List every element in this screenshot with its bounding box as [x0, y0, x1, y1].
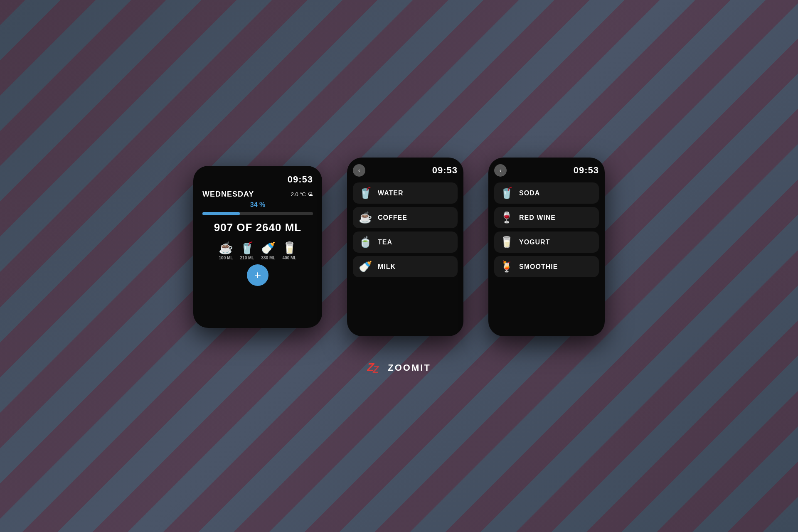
drink-option-3[interactable]: 🍼 330 ML [261, 242, 276, 260]
milk-label: MILK [378, 263, 396, 271]
watch-screen-list1: ‹ 09:53 🥤 WATER ☕ COFFEE 🍵 TEA 🍼 MILK [347, 158, 463, 336]
soda-label: SODA [519, 190, 540, 197]
list-item-coffee[interactable]: ☕ COFFEE [353, 207, 458, 228]
drink-list-screen2: 🥤 WATER ☕ COFFEE 🍵 TEA 🍼 MILK [353, 182, 458, 277]
watch-screen-main: 09:53 WEDNESDAY 2.0 °C 🌤 34 % 907 OF 264… [193, 166, 322, 328]
drink-emoji-4: 🥛 [282, 242, 297, 254]
back-icon-screen2: ‹ [358, 167, 360, 174]
screen2-time: 09:53 [432, 165, 458, 176]
add-button[interactable]: + [247, 264, 268, 286]
drink-options: ☕ 100 ML 🥤 210 ML 🍼 330 ML 🥛 400 ML [202, 242, 313, 260]
drink-ml-2: 210 ML [240, 256, 254, 260]
tea-icon: 🍵 [359, 236, 372, 249]
drink-option-2[interactable]: 🥤 210 ML [240, 242, 254, 260]
water-icon: 🥤 [359, 187, 372, 200]
list-item-red-wine[interactable]: 🍷 RED WINE [494, 207, 599, 228]
list-item-tea[interactable]: 🍵 TEA [353, 232, 458, 253]
wine-icon: 🍷 [500, 211, 513, 224]
list-item-yogurt[interactable]: 🥛 YOGURT [494, 232, 599, 253]
drink-ml-3: 330 ML [261, 256, 276, 260]
add-icon: + [254, 268, 261, 282]
milk-icon: 🍼 [359, 260, 372, 273]
smoothie-label: SMOOTHIE [519, 263, 558, 271]
percent-label: 34 % [202, 201, 313, 209]
screen2-header: ‹ 09:53 [353, 164, 458, 177]
list-item-smoothie[interactable]: 🍹 SMOOTHIE [494, 256, 599, 277]
coffee-label: COFFEE [378, 214, 407, 222]
smoothie-icon: 🍹 [500, 260, 513, 273]
svg-text:Z: Z [372, 364, 379, 374]
water-label: WATER [378, 190, 404, 197]
screens-container: 09:53 WEDNESDAY 2.0 °C 🌤 34 % 907 OF 264… [193, 158, 605, 336]
drink-option-1[interactable]: ☕ 100 ML [219, 242, 233, 260]
progress-bar-container [202, 212, 313, 215]
screen3-time: 09:53 [574, 165, 599, 176]
list-item-soda[interactable]: 🥤 SODA [494, 182, 599, 204]
screen1-time: 09:53 [288, 174, 313, 185]
drink-ml-4: 400 ML [283, 256, 297, 260]
tea-label: TEA [378, 239, 392, 246]
screen3-header: ‹ 09:53 [494, 164, 599, 177]
drink-ml-1: 100 ML [219, 256, 233, 260]
coffee-icon: ☕ [359, 211, 372, 224]
weather-info: 2.0 °C 🌤 [291, 191, 313, 197]
zoomit-logo-icon: Z Z [367, 361, 384, 374]
soda-icon: 🥤 [500, 187, 513, 200]
drink-list-screen3: 🥤 SODA 🍷 RED WINE 🥛 YOGURT 🍹 SMOOTHIE [494, 182, 599, 277]
screen1-header: 09:53 [202, 174, 313, 185]
logo-container: Z Z ZOOMIT [367, 361, 431, 374]
weather-icon: 🌤 [308, 191, 313, 197]
logo-text: ZOOMIT [388, 362, 431, 373]
watch-screen-list2: ‹ 09:53 🥤 SODA 🍷 RED WINE 🥛 YOGURT 🍹 SMO… [488, 158, 605, 336]
list-item-water[interactable]: 🥤 WATER [353, 182, 458, 204]
progress-bar-fill [202, 212, 240, 215]
drink-emoji-2: 🥤 [240, 242, 254, 254]
yogurt-icon: 🥛 [500, 236, 513, 249]
back-button-screen3[interactable]: ‹ [494, 164, 507, 177]
temperature: 2.0 °C [291, 191, 306, 197]
red-wine-label: RED WINE [519, 214, 556, 222]
drink-emoji-3: 🍼 [261, 242, 276, 254]
day-label: WEDNESDAY [202, 190, 254, 199]
drink-emoji-1: ☕ [219, 242, 233, 254]
back-button-screen2[interactable]: ‹ [353, 164, 365, 177]
back-icon-screen3: ‹ [500, 167, 502, 174]
intake-label: 907 OF 2640 ML [202, 221, 313, 234]
drink-option-4[interactable]: 🥛 400 ML [282, 242, 297, 260]
yogurt-label: YOGURT [519, 239, 550, 246]
day-weather-row: WEDNESDAY 2.0 °C 🌤 [202, 190, 313, 199]
list-item-milk[interactable]: 🍼 MILK [353, 256, 458, 277]
